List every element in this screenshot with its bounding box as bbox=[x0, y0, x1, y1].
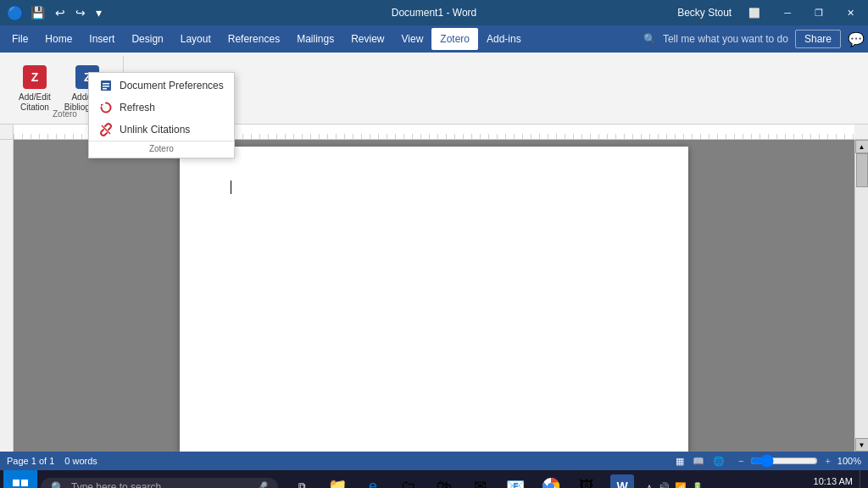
show-desktop-button[interactable] bbox=[860, 470, 865, 488]
restore-button[interactable]: ⬜ bbox=[742, 4, 767, 22]
status-right-area: ▦ 📖 🌐 − + 100% bbox=[672, 454, 861, 469]
menu-addins[interactable]: Add-ins bbox=[478, 28, 530, 50]
vertical-scrollbar[interactable]: ▲ ▼ bbox=[854, 140, 868, 452]
zoom-area: − + 100% bbox=[735, 454, 861, 468]
task-view-button[interactable]: ⧉ bbox=[285, 470, 319, 488]
mail-app[interactable]: ✉ bbox=[463, 470, 497, 488]
word-app[interactable]: W bbox=[605, 470, 639, 488]
zoom-slider[interactable] bbox=[750, 454, 818, 468]
start-button[interactable] bbox=[3, 470, 37, 488]
chrome-app[interactable] bbox=[534, 470, 568, 488]
minimize-button[interactable]: ─ bbox=[777, 4, 798, 21]
window-title: Document1 - Word bbox=[392, 7, 476, 19]
menu-file[interactable]: File bbox=[3, 28, 36, 50]
refresh-label: Refresh bbox=[120, 102, 155, 114]
dropdown-footer-label: Zotero bbox=[89, 141, 234, 156]
ruler-corner bbox=[0, 125, 14, 139]
menu-mailings[interactable]: Mailings bbox=[288, 28, 342, 50]
scroll-down-button[interactable]: ▼ bbox=[855, 438, 869, 452]
document-scroll-area[interactable] bbox=[14, 140, 854, 452]
file-manager-app[interactable]: 🗂 bbox=[392, 470, 426, 488]
store-app[interactable]: 🛍 bbox=[427, 470, 461, 488]
customize-qa-button[interactable]: ▾ bbox=[92, 4, 105, 21]
file-explorer-app[interactable]: 📁 bbox=[320, 470, 354, 488]
title-bar: 🔵 💾 ↩ ↪ ▾ Document1 - Word Becky Stout ⬜… bbox=[0, 0, 868, 25]
network-icon: 📶 bbox=[675, 482, 687, 489]
taskbar-search-icon: 🔍 bbox=[51, 481, 64, 489]
menu-review[interactable]: Review bbox=[342, 28, 392, 50]
maximize-button[interactable]: ❐ bbox=[808, 4, 830, 22]
word-logo-icon: 🔵 bbox=[7, 5, 24, 21]
document-page[interactable] bbox=[180, 147, 688, 452]
zoom-out-button[interactable]: − bbox=[735, 454, 747, 468]
add-citation-label: Add/EditCitation bbox=[19, 92, 51, 113]
menu-design[interactable]: Design bbox=[123, 28, 171, 50]
add-edit-citation-button[interactable]: Z Add/EditCitation bbox=[14, 60, 56, 116]
svg-rect-7 bbox=[21, 480, 28, 486]
tell-me-input[interactable]: Tell me what you want to do bbox=[663, 33, 788, 45]
menu-home[interactable]: Home bbox=[36, 28, 81, 50]
document-area: ▲ ▼ bbox=[0, 140, 868, 452]
show-hidden-icons[interactable]: ∧ bbox=[646, 482, 653, 489]
undo-button[interactable]: ↩ bbox=[52, 4, 69, 21]
refresh-item[interactable]: Refresh bbox=[89, 97, 234, 119]
battery-icon: 🔋 bbox=[692, 482, 704, 489]
web-layout-view-button[interactable]: 🌐 bbox=[709, 454, 728, 469]
taskbar: 🔍 Type here to search 🎤 ⧉ 📁 e 🗂 🛍 ✉ 📧 🖼 bbox=[0, 470, 868, 488]
svg-rect-2 bbox=[103, 86, 109, 87]
scroll-up-button[interactable]: ▲ bbox=[855, 140, 869, 153]
redo-button[interactable]: ↪ bbox=[72, 4, 89, 21]
word-count: 0 words bbox=[64, 456, 97, 466]
zotero-add-icon: Z bbox=[23, 65, 47, 89]
read-mode-view-button[interactable]: 📖 bbox=[689, 454, 708, 469]
taskbar-search-placeholder: Type here to search bbox=[71, 481, 161, 488]
scroll-track[interactable] bbox=[855, 153, 869, 438]
scroll-thumb[interactable] bbox=[856, 153, 868, 187]
svg-rect-6 bbox=[13, 480, 19, 486]
page-info: Page 1 of 1 bbox=[7, 456, 54, 466]
share-button[interactable]: Share bbox=[795, 30, 841, 48]
menu-insert[interactable]: Insert bbox=[81, 28, 123, 50]
ruler-scrollbar-corner bbox=[854, 125, 868, 139]
taskbar-apps: ⧉ 📁 e 🗂 🛍 ✉ 📧 🖼 W bbox=[285, 470, 639, 488]
user-name: Becky Stout bbox=[677, 7, 732, 19]
search-icon: 🔍 bbox=[643, 33, 656, 45]
zoom-level: 100% bbox=[837, 456, 861, 466]
unlink-citations-label: Unlink Citations bbox=[120, 124, 190, 136]
taskbar-system-tray: ∧ 🔊 📶 🔋 bbox=[639, 482, 710, 489]
speakers-icon: 🔊 bbox=[658, 482, 670, 489]
zotero-group-label: Zotero bbox=[53, 109, 77, 119]
menu-layout[interactable]: Layout bbox=[172, 28, 220, 50]
clock-time: 10:13 AM bbox=[811, 475, 853, 487]
zotero-dropdown-menu: Document Preferences Refresh Unlink Cita… bbox=[88, 72, 235, 158]
refresh-icon bbox=[99, 101, 113, 114]
menu-zotero[interactable]: Zotero bbox=[431, 28, 478, 50]
taskbar-clock[interactable]: 10:13 AM 7/16/2018 bbox=[804, 475, 860, 488]
text-cursor bbox=[231, 180, 231, 194]
unlink-icon bbox=[99, 123, 113, 136]
taskbar-time-display: 10:13 AM 7/16/2018 bbox=[811, 475, 853, 488]
svg-marker-4 bbox=[101, 104, 103, 107]
menu-bar: File Home Insert Design Layout Reference… bbox=[0, 25, 868, 53]
menu-references[interactable]: References bbox=[220, 28, 288, 50]
comments-icon: 💬 bbox=[848, 31, 865, 47]
mail-app-2[interactable]: 📧 bbox=[498, 470, 532, 488]
close-button[interactable]: ✕ bbox=[840, 4, 861, 22]
unlink-citations-item[interactable]: Unlink Citations bbox=[89, 119, 234, 141]
save-button[interactable]: 💾 bbox=[27, 4, 48, 21]
left-margin bbox=[0, 140, 14, 452]
view-buttons: ▦ 📖 🌐 bbox=[672, 454, 728, 469]
document-preferences-item[interactable]: Document Preferences bbox=[89, 75, 234, 97]
svg-rect-3 bbox=[103, 88, 107, 90]
menu-view[interactable]: View bbox=[393, 28, 432, 50]
taskbar-search-box[interactable]: 🔍 Type here to search 🎤 bbox=[41, 478, 278, 489]
photos-app[interactable]: 🖼 bbox=[570, 470, 604, 488]
print-layout-view-button[interactable]: ▦ bbox=[672, 454, 687, 469]
document-preferences-label: Document Preferences bbox=[120, 80, 224, 92]
status-bar: Page 1 of 1 0 words ▦ 📖 🌐 − + 100% bbox=[0, 452, 868, 470]
edge-browser-app[interactable]: e bbox=[356, 470, 390, 488]
quick-access-toolbar: 🔵 💾 ↩ ↪ ▾ bbox=[7, 4, 105, 21]
zoom-in-button[interactable]: + bbox=[821, 454, 833, 468]
add-citation-icon: Z bbox=[21, 64, 48, 91]
word-icon: W bbox=[610, 474, 634, 488]
